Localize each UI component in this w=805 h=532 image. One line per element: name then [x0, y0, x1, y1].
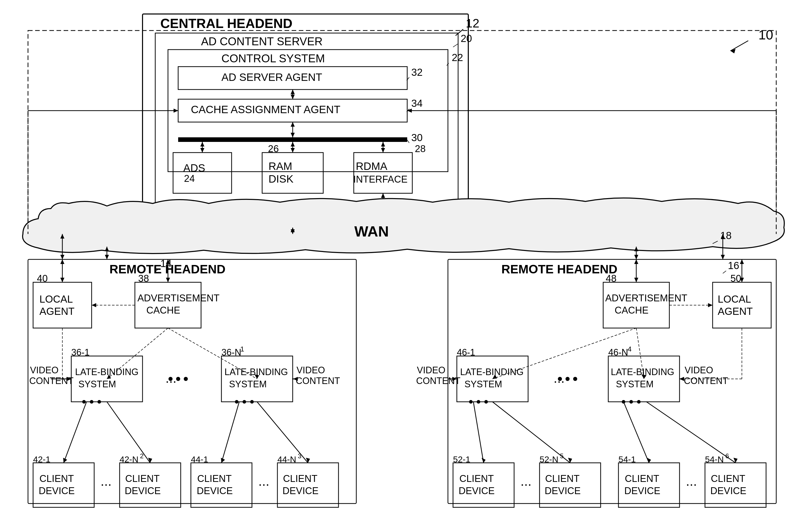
ref-44-1: 44-1 — [191, 454, 208, 464]
svg-rect-21 — [178, 137, 407, 142]
svg-point-107 — [168, 377, 172, 381]
client-device-52-1-label2: DEVICE — [459, 486, 494, 496]
ads-label: ADS — [183, 162, 205, 174]
client-device-44-1-label: CLIENT — [197, 473, 232, 484]
svg-point-153 — [477, 400, 480, 403]
ellipsis-54: ... — [686, 474, 697, 489]
ad-content-server-label: AD CONTENT SERVER — [201, 35, 323, 48]
ref-16: 16 — [728, 260, 739, 271]
late-binding-right1-label2: SYSTEM — [464, 379, 502, 390]
local-agent-left-label: LOCAL — [39, 293, 73, 305]
client-device-54-N6-label: CLIENT — [711, 473, 745, 484]
ref-18: 18 — [720, 230, 732, 241]
svg-point-148 — [97, 400, 101, 403]
svg-point-150 — [242, 400, 246, 403]
local-agent-right-label2: AGENT — [718, 306, 753, 317]
ellipsis-52: ... — [520, 474, 531, 489]
video-content-right2-label: VIDEO — [684, 365, 713, 375]
svg-point-151 — [250, 400, 254, 403]
ref-34: 34 — [411, 98, 423, 109]
svg-point-156 — [629, 400, 633, 403]
svg-point-157 — [637, 400, 641, 403]
ref-52-N5: 52-N — [539, 454, 559, 464]
ref-36-N1-sub: 1 — [240, 345, 244, 353]
ref-32: 32 — [411, 66, 423, 78]
svg-point-154 — [484, 400, 488, 403]
late-binding-leftN-label2: SYSTEM — [229, 379, 267, 390]
ellipsis-42: ... — [100, 474, 111, 489]
ref-42-1: 42-1 — [33, 454, 50, 464]
local-agent-left-label2: AGENT — [39, 306, 75, 317]
svg-point-109 — [184, 377, 188, 381]
ref-36-1: 36-1 — [71, 347, 90, 358]
client-device-54-1-label: CLIENT — [625, 473, 659, 484]
ref-54-N6: 54-N — [705, 454, 724, 464]
ad-cache-left-label2: CACHE — [146, 305, 180, 316]
client-device-42-1-label: CLIENT — [39, 473, 74, 484]
svg-point-149 — [235, 400, 238, 403]
client-device-42-1-label2: DEVICE — [39, 486, 75, 496]
svg-point-155 — [622, 400, 625, 403]
ref-46-N4: 46-N — [608, 347, 628, 358]
ad-cache-right-label: ADVERTISEMENT — [605, 293, 687, 303]
client-device-52-1-label: CLIENT — [459, 473, 494, 484]
video-content-left2-label2: CONTENT — [296, 376, 340, 386]
svg-point-152 — [469, 400, 473, 403]
ref-14: 14 — [160, 258, 172, 269]
svg-point-134 — [566, 377, 570, 381]
ram-disk-label2: DISK — [269, 173, 293, 185]
ref-52-1: 52-1 — [453, 454, 470, 464]
client-device-44-N3-label: CLIENT — [283, 473, 317, 484]
video-content-right-label2: CONTENT — [416, 376, 460, 386]
svg-point-133 — [558, 377, 562, 381]
ref-24: 24 — [184, 173, 195, 184]
central-headend-label: CENTRAL HEADEND — [160, 16, 292, 31]
late-binding-right1-label: LATE-BINDING — [460, 367, 524, 377]
client-device-42-N2-label: CLIENT — [125, 473, 160, 484]
ref-46-1: 46-1 — [457, 347, 475, 358]
ref-44-N3: 44-N — [277, 454, 296, 464]
ref-22: 22 — [452, 52, 463, 63]
svg-point-146 — [82, 400, 86, 403]
network-diagram: 10 12 CENTRAL HEADEND AD CONTENT SERVER … — [0, 0, 805, 532]
ref-38: 38 — [138, 273, 149, 284]
rdma-label2: INTERFACE — [353, 174, 407, 185]
client-device-52-N5-label2: DEVICE — [545, 486, 581, 496]
wan-label: WAN — [354, 223, 389, 240]
ref-50: 50 — [730, 273, 741, 284]
video-content-left-label: VIDEO — [30, 365, 58, 375]
ram-disk-label: RAM — [269, 160, 292, 172]
late-binding-left1-label2: SYSTEM — [78, 379, 116, 390]
ellipsis-44: ... — [258, 474, 269, 489]
ref-10: 10 — [758, 27, 773, 42]
svg-point-147 — [90, 400, 93, 403]
ad-server-agent-label: AD SERVER AGENT — [221, 71, 322, 83]
ad-cache-right-label2: CACHE — [615, 305, 648, 316]
client-device-52-N5-label: CLIENT — [545, 473, 580, 484]
svg-point-135 — [573, 377, 577, 381]
video-content-right2-label2: CONTENT — [684, 376, 728, 386]
late-binding-left1-label: LATE-BINDING — [75, 367, 139, 377]
client-device-42-N2-label2: DEVICE — [125, 486, 161, 496]
ref-40: 40 — [37, 273, 48, 284]
ref-30: 30 — [411, 132, 423, 143]
video-content-right-label: VIDEO — [417, 365, 445, 375]
late-binding-rightN-label2: SYSTEM — [616, 379, 654, 390]
client-device-54-N6-label2: DEVICE — [710, 486, 746, 496]
ref-20: 20 — [461, 33, 472, 44]
ref-48: 48 — [606, 273, 617, 284]
ref-42-N2: 42-N — [120, 454, 139, 464]
ref-28: 28 — [415, 144, 425, 154]
control-system-label: CONTROL SYSTEM — [221, 52, 325, 64]
client-device-44-1-label2: DEVICE — [197, 486, 233, 496]
ref-46-N4-sub: 4 — [628, 345, 632, 353]
ad-cache-left-label: ADVERTISEMENT — [138, 293, 219, 303]
cache-assignment-agent-label: CACHE ASSIGNMENT AGENT — [191, 103, 340, 115]
video-content-left2-label: VIDEO — [296, 365, 325, 375]
ref-26: 26 — [268, 144, 279, 154]
ref-54-1: 54-1 — [619, 454, 636, 464]
rdma-label: RDMA — [356, 160, 387, 172]
remote-headend-right-label: REMOTE HEADEND — [501, 263, 618, 276]
ref-36-N1: 36-N — [221, 347, 241, 358]
client-device-54-1-label2: DEVICE — [624, 486, 660, 496]
